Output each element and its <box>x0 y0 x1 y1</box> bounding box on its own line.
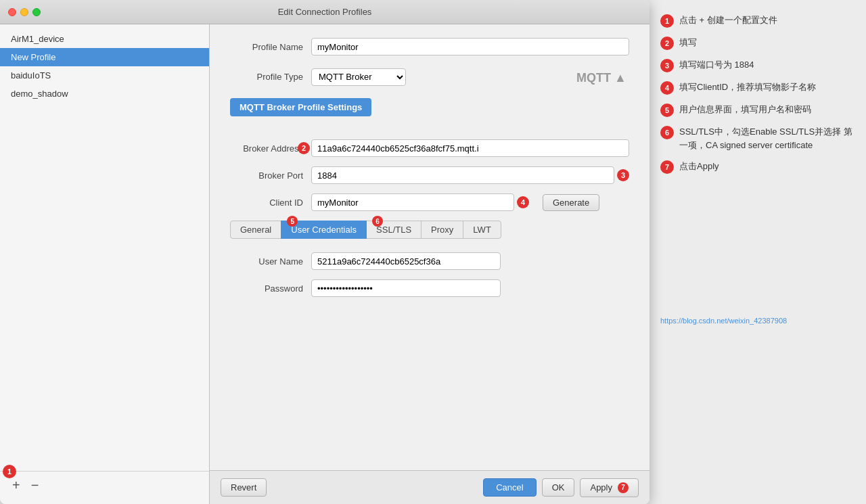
tabs-row: General User Credentials 5 SSL/TLS 6 Pro… <box>230 221 629 239</box>
add-profile-button[interactable]: + <box>8 477 24 493</box>
section-header: MQTT Broker Profile Settings <box>230 98 371 116</box>
tab-user-credentials[interactable]: User Credentials 5 <box>281 221 367 239</box>
instr-text-5: 用户信息界面，填写用户名和密码 <box>679 103 811 116</box>
title-bar: Edit Connection Profiles <box>0 0 650 24</box>
instr-text-6: SSL/TLS中，勾选Enable SSL/TLS并选择 第一项，CA sign… <box>679 125 855 152</box>
client-id-row: Client ID 4 Generate <box>230 193 629 211</box>
tab-ssltls-badge: 6 <box>372 216 383 227</box>
window-title: Edit Connection Profiles <box>278 7 372 17</box>
broker-port-badge: 3 <box>617 169 629 181</box>
profile-name-label: Profile Name <box>230 42 311 52</box>
ok-button[interactable]: OK <box>542 478 575 497</box>
maximize-button[interactable] <box>32 8 41 16</box>
instruction-item-2: 2 填写 <box>660 36 855 50</box>
instr-text-2: 填写 <box>679 36 697 49</box>
instr-badge-7: 7 <box>660 160 674 174</box>
instr-badge-6: 6 <box>660 126 674 139</box>
instruction-item-6: 6 SSL/TLS中，勾选Enable SSL/TLS并选择 第一项，CA si… <box>660 125 855 152</box>
traffic-lights <box>8 8 41 16</box>
profile-type-select[interactable]: MQTT Broker <box>311 68 406 86</box>
profile-type-row: Profile Type MQTT Broker MQTT ▲ <box>230 65 629 89</box>
broker-address-input[interactable] <box>311 139 629 157</box>
client-id-input[interactable] <box>311 193 514 211</box>
svg-text:MQTT: MQTT <box>576 71 611 85</box>
instr-badge-1: 1 <box>660 14 674 28</box>
username-label: User Name <box>230 256 311 267</box>
tab-ssltls[interactable]: SSL/TLS 6 <box>366 221 421 239</box>
instr-badge-5: 5 <box>660 104 674 117</box>
sidebar-bottom: 1 + − <box>0 471 209 499</box>
tab-proxy[interactable]: Proxy <box>421 221 463 239</box>
sidebar-item-airm1[interactable]: AirM1_device <box>0 30 209 48</box>
remove-profile-button[interactable]: − <box>27 477 43 493</box>
instr-text-7: 点击Apply <box>679 160 719 173</box>
broker-address-container: 2 <box>311 139 629 157</box>
instr-text-3: 填写端口号为 1884 <box>679 58 754 72</box>
tab-general[interactable]: General <box>230 221 281 239</box>
instr-text-1: 点击 + 创建一个配置文件 <box>679 14 777 27</box>
instruction-item-1: 1 点击 + 创建一个配置文件 <box>660 14 855 28</box>
minimize-button[interactable] <box>20 8 28 16</box>
username-row: User Name <box>230 252 629 270</box>
broker-port-label: Broker Port <box>230 170 311 181</box>
section-header-container: MQTT Broker Profile Settings <box>230 98 629 129</box>
broker-port-input[interactable] <box>311 166 614 184</box>
instruction-item-3: 3 填写端口号为 1884 <box>660 58 855 72</box>
cancel-button[interactable]: Cancel <box>483 478 536 497</box>
profile-name-input[interactable] <box>311 38 629 55</box>
tab-lwt[interactable]: LWT <box>463 221 501 239</box>
instruction-item-7: 7 点击Apply <box>660 160 855 174</box>
instruction-link[interactable]: https://blog.csdn.net/weixin_42387908 <box>660 309 855 327</box>
broker-address-row: Broker Address 2 <box>230 139 629 157</box>
generate-button[interactable]: Generate <box>543 194 599 211</box>
password-label: Password <box>230 283 311 294</box>
content-area: AirM1_device New Profile baiduIoTS demo_… <box>0 24 650 504</box>
main-window: Edit Connection Profiles AirM1_device Ne… <box>0 0 650 504</box>
broker-address-badge: 2 <box>298 142 310 154</box>
password-row: Password <box>230 279 629 297</box>
profile-name-row: Profile Name <box>230 38 629 55</box>
sidebar-item-demo[interactable]: demo_shadow <box>0 85 209 103</box>
broker-port-row: Broker Port 3 <box>230 166 629 184</box>
apply-badge: 7 <box>618 482 629 493</box>
client-id-label: Client ID <box>230 198 311 208</box>
revert-button[interactable]: Revert <box>221 478 267 497</box>
client-id-badge: 4 <box>517 196 529 208</box>
sidebar-badge: 1 <box>3 465 16 478</box>
instructions-panel: 1 点击 + 创建一个配置文件 2 填写 3 填写端口号为 1884 4 填写C… <box>650 0 866 504</box>
instruction-item-4: 4 填写ClientID，推荐填写物影子名称 <box>660 81 855 95</box>
sidebar-item-newprofile[interactable]: New Profile <box>0 48 209 66</box>
main-panel: Profile Name Profile Type MQTT Broker MQ… <box>210 24 650 504</box>
form-area: Profile Name Profile Type MQTT Broker MQ… <box>210 24 650 470</box>
username-input[interactable] <box>311 252 501 270</box>
password-input[interactable] <box>311 279 501 297</box>
sidebar-item-baidu[interactable]: baiduIoTS <box>0 66 209 85</box>
user-credentials-content: User Name Password <box>230 252 629 297</box>
mqtt-logo: MQTT ▲ <box>575 65 629 89</box>
instruction-item-5: 5 用户信息界面，填写用户名和密码 <box>660 103 855 117</box>
profile-type-label: Profile Type <box>230 72 311 82</box>
instr-badge-2: 2 <box>660 37 674 50</box>
sidebar: AirM1_device New Profile baiduIoTS demo_… <box>0 24 210 504</box>
close-button[interactable] <box>8 8 16 16</box>
instr-badge-4: 4 <box>660 81 674 95</box>
instr-badge-3: 3 <box>660 59 674 72</box>
bottom-right-buttons: Cancel OK Apply 7 <box>483 478 639 497</box>
bottom-bar: Revert Cancel OK Apply 7 <box>210 470 650 504</box>
apply-button[interactable]: Apply 7 <box>580 478 639 497</box>
svg-text:▲: ▲ <box>614 71 626 85</box>
instr-text-4: 填写ClientID，推荐填写物影子名称 <box>679 81 816 94</box>
